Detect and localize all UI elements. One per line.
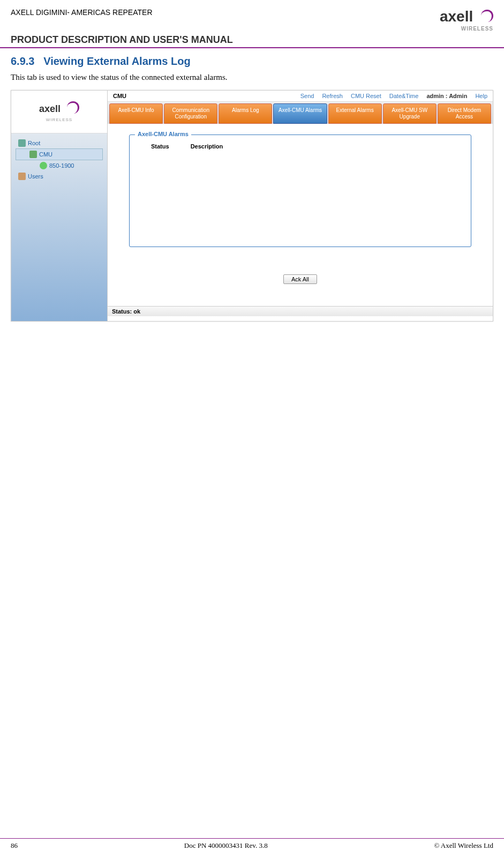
tree-cmu[interactable]: CMU: [16, 148, 103, 160]
ack-row: Ack All: [129, 274, 471, 284]
tree-band-label: 850-1900: [49, 162, 74, 169]
ack-all-button[interactable]: Ack All: [283, 274, 317, 284]
topbar-admin: admin : Admin: [426, 93, 467, 99]
product-line: AXELL DIGIMINI- AMERICAS REPEATER: [11, 8, 153, 17]
sidebar-sublogo: WIRELESS: [17, 117, 102, 122]
sidebar-logo-text: axell: [39, 103, 61, 114]
top-bar: CMU Send Refresh CMU Reset Date&Time adm…: [108, 91, 493, 102]
tree-band[interactable]: 850-1900: [16, 160, 103, 171]
subtitle: PRODUCT DESCRIPTION AND USER'S MANUAL: [11, 34, 493, 47]
main-area: CMU Send Refresh CMU Reset Date&Time adm…: [108, 91, 493, 321]
copyright: © Axell Wireless Ltd: [434, 841, 493, 850]
content-area: Axell-CMU Alarms Status Description Ack …: [108, 124, 493, 306]
sidebar-logo: axell: [17, 101, 102, 117]
brand-sub: WIRELESS: [440, 26, 493, 32]
tab-direct-modem[interactable]: Direct Modem Access: [438, 103, 491, 124]
sidebar-logo-area: axell WIRELESS: [11, 91, 107, 133]
fieldset-legend: Axell-CMU Alarms: [135, 131, 191, 137]
section-title: Viewing External Alarms Log: [43, 55, 191, 67]
tabs-row: Axell-CMU Info Communication Configurati…: [108, 102, 493, 124]
page-number: 86: [11, 841, 18, 850]
status-bar: Status: ok: [108, 306, 493, 316]
sidebar-logo-arc-icon: [63, 101, 79, 117]
brand-name: axell WIRELESS: [440, 8, 493, 32]
tree-cmu-label: CMU: [39, 151, 52, 158]
section-number: 6.9.3: [11, 55, 34, 67]
logo-arc-icon: [477, 10, 493, 26]
tab-external-alarms[interactable]: External Alarms: [328, 103, 382, 124]
topbar-datetime[interactable]: Date&Time: [389, 93, 419, 99]
col-status: Status: [151, 143, 169, 150]
tab-alarms-log[interactable]: Alarms Log: [219, 103, 272, 124]
alarms-fieldset: Axell-CMU Alarms Status Description: [129, 135, 471, 247]
topbar-help[interactable]: Help: [475, 93, 487, 99]
tab-sw-upgrade[interactable]: Axell-CMU SW Upgrade: [383, 103, 437, 124]
section-heading: 6.9.3 Viewing External Alarms Log: [0, 53, 504, 70]
topbar-cmu: CMU: [113, 93, 126, 99]
band-icon: [40, 162, 47, 169]
topbar-cmu-reset[interactable]: CMU Reset: [351, 93, 381, 99]
tab-cmu-alarms[interactable]: Axell-CMU Alarms: [273, 103, 327, 124]
alarm-headers: Status Description: [135, 140, 465, 152]
users-icon: [18, 173, 26, 180]
sidebar: axell WIRELESS Root CMU 850-1900: [11, 91, 108, 321]
root-icon: [18, 139, 26, 147]
tree-users[interactable]: Users: [16, 171, 103, 182]
page-footer: 86 Doc PN 4000003431 Rev. 3.8 © Axell Wi…: [0, 838, 504, 850]
tree-root[interactable]: Root: [16, 138, 103, 148]
tree-root-label: Root: [28, 140, 40, 146]
section-description: This tab is used to view the status of t…: [0, 70, 504, 90]
topbar-send[interactable]: Send: [300, 93, 314, 99]
tab-comm-config[interactable]: Communication Configuration: [164, 103, 217, 124]
tab-cmu-info[interactable]: Axell-CMU Info: [109, 103, 163, 124]
doc-id: Doc PN 4000003431 Rev. 3.8: [184, 841, 268, 850]
brand-logo-block: axell WIRELESS: [440, 8, 493, 32]
nav-tree: Root CMU 850-1900 Users: [11, 133, 107, 186]
page-header: AXELL DIGIMINI- AMERICAS REPEATER axell …: [0, 0, 504, 34]
tree-users-label: Users: [28, 173, 43, 180]
brand-text: axell: [440, 8, 473, 25]
col-description: Description: [191, 143, 223, 150]
cmu-icon: [29, 151, 37, 158]
topbar-refresh[interactable]: Refresh: [322, 93, 343, 99]
subtitle-row: PRODUCT DESCRIPTION AND USER'S MANUAL: [0, 34, 504, 48]
app-screenshot: axell WIRELESS Root CMU 850-1900: [11, 90, 493, 322]
